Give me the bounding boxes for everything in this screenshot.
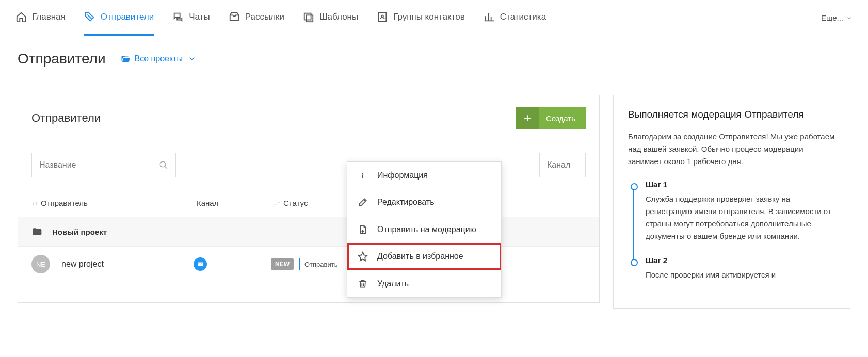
- col-label: Канал: [197, 199, 218, 207]
- contacts-icon: [377, 11, 388, 23]
- ctx-favorite[interactable]: Добавить в избранное: [347, 243, 501, 270]
- sidebar-intro: Благодарим за создание Отправителя! Мы у…: [628, 131, 835, 168]
- nav-more[interactable]: Еще...: [821, 13, 853, 22]
- nav-chats[interactable]: Чаты: [172, 0, 210, 36]
- panel-title: Отправители: [31, 111, 101, 125]
- context-menu: Информация Редактировать Отправить на мо…: [347, 161, 502, 298]
- step-2: Шаг 2 После проверки имя активируется и: [628, 256, 835, 295]
- edit-icon: [358, 197, 368, 207]
- nav-home[interactable]: Главная: [15, 0, 66, 36]
- create-button[interactable]: + Создать: [516, 107, 586, 129]
- svg-point-3: [381, 15, 383, 17]
- steps-timeline: Шаг 1 Служба поддержки проверяет заявку …: [628, 180, 835, 295]
- svg-point-4: [160, 161, 166, 167]
- ctx-label: Добавить в избранное: [377, 252, 463, 261]
- nav-label: Главная: [32, 12, 66, 22]
- home-icon: [15, 11, 27, 23]
- ctx-label: Информация: [377, 171, 428, 180]
- table-row[interactable]: NE new project NEW Отправить: [18, 246, 599, 282]
- nav-label: Шаблоны: [319, 12, 358, 22]
- col-label: Отправитель: [41, 199, 88, 207]
- plus-icon: +: [516, 107, 539, 129]
- chevron-down-icon: [846, 15, 853, 21]
- table-header: ↓↑ Отправитель Канал ↓↑ Статус: [18, 189, 599, 217]
- col-label: Статус: [283, 199, 308, 207]
- nav-label: Чаты: [189, 12, 210, 22]
- senders-panel: Отправители + Создать ↓↑: [18, 95, 600, 303]
- email-channel-icon: [194, 257, 207, 271]
- page-header: Отправители Все проекты: [0, 51, 868, 67]
- svg-rect-0: [304, 13, 311, 20]
- ctx-moderate[interactable]: Отправить на модерацию: [347, 216, 501, 243]
- chevron-down-icon: [187, 54, 197, 63]
- step-text: После проверки имя активируется и: [646, 269, 835, 281]
- group-name: Новый проект: [52, 228, 107, 236]
- project-selector-label: Все проекты: [135, 54, 183, 63]
- col-channel[interactable]: Канал: [197, 199, 274, 207]
- template-icon: [303, 11, 314, 23]
- row-status: NEW Отправить: [271, 258, 342, 270]
- step-title: Шаг 1: [646, 180, 835, 189]
- status-badge: NEW: [271, 258, 294, 270]
- sort-icon: ↓↑: [274, 200, 280, 207]
- nav-stats[interactable]: Статистика: [484, 0, 546, 36]
- sidebar-title: Выполняется модерация Отправителя: [628, 109, 835, 120]
- send-file-icon: [358, 224, 368, 235]
- ctx-label: Удалить: [377, 279, 409, 288]
- nav-templates[interactable]: Шаблоны: [303, 0, 358, 36]
- nav-contacts[interactable]: Группы контактов: [377, 0, 465, 36]
- ctx-info[interactable]: Информация: [347, 162, 501, 189]
- col-sender[interactable]: ↓↑ Отправитель: [31, 199, 197, 207]
- nav-senders[interactable]: Отправители: [84, 0, 154, 36]
- trash-icon: [358, 279, 368, 289]
- page-title: Отправители: [18, 51, 106, 67]
- nav-broadcasts[interactable]: Рассылки: [229, 0, 284, 36]
- row-channel: [194, 257, 271, 271]
- create-button-label: Создать: [546, 114, 575, 123]
- ctx-label: Отправить на модерацию: [377, 225, 476, 234]
- folder-open-icon: [120, 54, 131, 63]
- panel-header: Отправители + Создать: [18, 95, 599, 141]
- star-icon: [358, 251, 368, 262]
- folder-icon: [31, 226, 43, 237]
- group-row[interactable]: Новый проект: [18, 217, 599, 246]
- moderation-sidebar: Выполняется модерация Отправителя Благод…: [613, 95, 850, 309]
- svg-rect-1: [306, 15, 313, 22]
- ctx-edit[interactable]: Редактировать: [347, 189, 501, 216]
- tag-icon: [84, 11, 95, 23]
- search-icon: [159, 160, 168, 170]
- nav-label: Статистика: [500, 12, 546, 22]
- filter-name-wrap[interactable]: [31, 153, 176, 177]
- nav-label: Рассылки: [245, 12, 284, 22]
- ctx-label: Редактировать: [377, 198, 435, 207]
- nav-label: Отправители: [101, 12, 154, 22]
- sort-icon: ↓↑: [31, 200, 38, 207]
- ctx-delete[interactable]: Удалить: [347, 270, 501, 297]
- step-title: Шаг 2: [646, 256, 835, 265]
- info-icon: [358, 170, 368, 181]
- filters: [18, 141, 599, 189]
- filter-name-input[interactable]: [39, 160, 159, 170]
- top-nav: Главная Отправители Чаты Рассылки Шаблон…: [0, 0, 868, 36]
- filter-channel-wrap[interactable]: [539, 153, 586, 177]
- nav-label: Группы контактов: [393, 12, 465, 22]
- step-1: Шаг 1 Служба поддержки проверяет заявку …: [628, 180, 835, 256]
- row-name: new project: [61, 259, 194, 269]
- avatar: NE: [31, 255, 50, 273]
- chat-icon: [172, 11, 184, 23]
- inbox-icon: [229, 11, 240, 23]
- step-text: Служба поддержки проверяет заявку на рег…: [646, 193, 835, 242]
- status-action[interactable]: Отправить: [299, 258, 342, 270]
- nav-more-label: Еще...: [821, 13, 843, 22]
- stats-icon: [484, 11, 495, 23]
- filter-channel-input[interactable]: [547, 160, 578, 170]
- project-selector[interactable]: Все проекты: [120, 54, 197, 63]
